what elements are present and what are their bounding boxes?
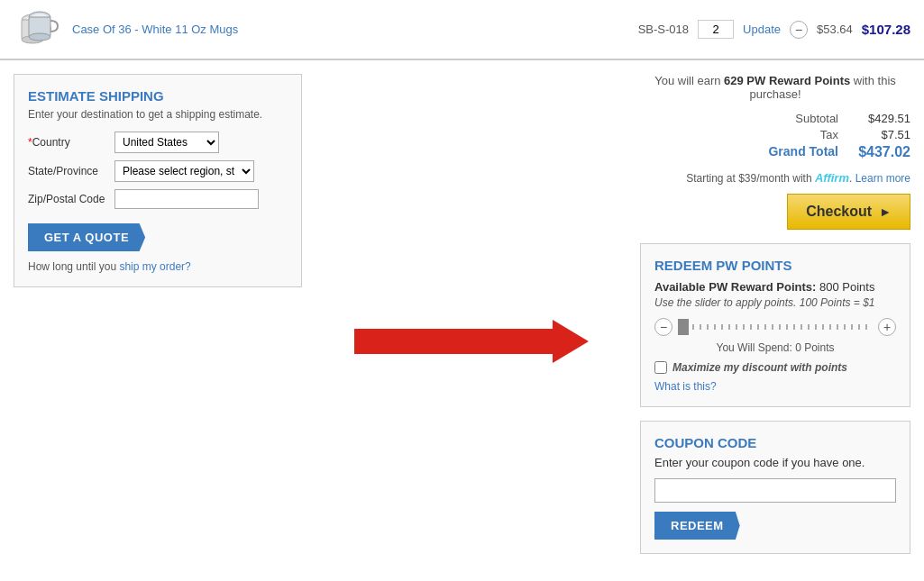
coupon-redeem-button[interactable]: REDEEM <box>654 512 740 540</box>
country-row: *Country United States Canada United Kin… <box>28 132 288 153</box>
red-arrow <box>354 320 589 363</box>
state-label: State/Province <box>28 165 109 177</box>
main-content: ESTIMATE SHIPPING Enter your destination… <box>0 60 924 567</box>
order-summary: Subtotal $429.51 Tax $7.51 Grand Total $… <box>640 112 910 160</box>
maximize-label: Maximize my discount with points <box>672 361 847 374</box>
shipping-title: ESTIMATE SHIPPING <box>28 88 288 104</box>
maximize-checkbox[interactable] <box>654 361 667 374</box>
redeem-box: REDEEM PW POINTS Available PW Reward Poi… <box>640 243 910 407</box>
product-sku: SB-S-018 <box>638 23 689 36</box>
coupon-title: COUPON CODE <box>654 435 896 450</box>
arrow-area <box>320 74 622 554</box>
subtotal-label: Subtotal <box>795 112 838 125</box>
state-select[interactable]: Please select region, st <box>114 160 254 182</box>
update-link[interactable]: Update <box>743 23 781 36</box>
product-row: Case Of 36 - White 11 Oz Mugs SB-S-018 U… <box>0 0 924 60</box>
grand-total-label: Grand Total <box>768 144 838 160</box>
maximize-row: Maximize my discount with points <box>654 361 896 374</box>
reward-notice: You will earn 629 PW Reward Points with … <box>640 74 910 101</box>
shipping-description: Enter your destination to get a shipping… <box>28 108 288 121</box>
svg-point-7 <box>29 33 50 41</box>
points-available: Available PW Reward Points: 800 Points <box>654 280 896 294</box>
mug-icon <box>16 11 61 49</box>
total-price: $107.28 <box>862 22 910 37</box>
unit-price: $53.64 <box>817 23 853 36</box>
affirm-logo: Affirm <box>815 171 849 185</box>
zip-row: Zip/Postal Code <box>28 189 288 209</box>
tax-label: Tax <box>820 128 838 141</box>
checkout-btn-wrap: Checkout ► <box>640 194 910 230</box>
will-spend-label: You Will Spend: 0 Points <box>654 341 896 354</box>
slider-decrease-button[interactable]: − <box>654 318 672 336</box>
redeem-title: REDEEM PW POINTS <box>654 258 896 273</box>
country-select[interactable]: United States Canada United Kingdom <box>114 132 219 153</box>
product-image <box>14 9 63 50</box>
points-slider[interactable] <box>678 324 873 330</box>
slider-row: − + <box>654 318 896 336</box>
tax-row: Tax $7.51 <box>640 128 910 141</box>
what-is-this-link[interactable]: What is this? <box>654 380 717 393</box>
coupon-description: Enter your coupon code if you have one. <box>654 456 896 469</box>
arrow-body <box>354 329 553 354</box>
tax-value: $7.51 <box>856 128 910 141</box>
right-column: You will earn 629 PW Reward Points with … <box>640 74 910 554</box>
points-hint: Use the slider to apply points. 100 Poin… <box>654 296 896 309</box>
checkout-button[interactable]: Checkout ► <box>787 194 910 230</box>
ship-my-order-link[interactable]: ship my order? <box>119 260 190 273</box>
reward-points-bold: 629 PW Reward Points <box>724 74 850 87</box>
grand-total-value: $437.02 <box>856 144 910 160</box>
left-column: ESTIMATE SHIPPING Enter your destination… <box>14 74 302 554</box>
required-star: * <box>28 136 32 149</box>
slider-increase-button[interactable]: + <box>878 318 896 336</box>
coupon-input[interactable] <box>654 478 896 503</box>
subtotal-value: $429.51 <box>856 112 910 125</box>
subtotal-row: Subtotal $429.51 <box>640 112 910 125</box>
country-label: *Country <box>28 136 109 149</box>
product-link[interactable]: Case Of 36 - White 11 Oz Mugs <box>72 23 611 36</box>
zip-input[interactable] <box>114 189 259 209</box>
arrow-head <box>553 320 589 363</box>
coupon-box: COUPON CODE Enter your coupon code if yo… <box>640 421 910 554</box>
quantity-input[interactable] <box>698 20 734 39</box>
state-row: State/Province Please select region, st <box>28 160 288 182</box>
ship-question: How long until you ship my order? <box>28 260 288 273</box>
checkout-arrow-icon: ► <box>879 204 892 219</box>
affirm-row: Starting at $39/month with Affirm. Learn… <box>640 171 910 185</box>
shipping-box: ESTIMATE SHIPPING Enter your destination… <box>14 74 302 287</box>
learn-more-link[interactable]: Learn more <box>855 172 910 185</box>
grand-total-row: Grand Total $437.02 <box>640 144 910 160</box>
zip-label: Zip/Postal Code <box>28 193 109 205</box>
remove-button[interactable]: − <box>790 21 808 39</box>
get-quote-button[interactable]: GET A QUOTE <box>28 223 145 251</box>
